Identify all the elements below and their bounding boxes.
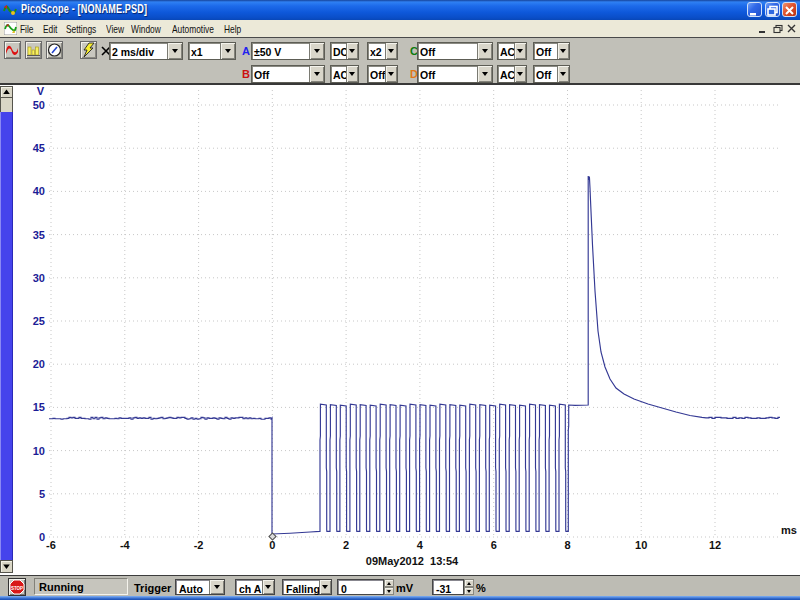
svg-text:5: 5 — [39, 488, 45, 500]
svg-text:0: 0 — [269, 539, 275, 551]
svg-text:30: 30 — [33, 272, 45, 284]
svg-text:8: 8 — [564, 539, 570, 551]
svg-text:20: 20 — [33, 358, 45, 370]
svg-text:2: 2 — [343, 539, 349, 551]
svg-text:-4: -4 — [120, 539, 131, 551]
svg-text:STOP: STOP — [11, 586, 23, 591]
svg-text:4: 4 — [417, 539, 424, 551]
svg-text:10: 10 — [33, 445, 45, 457]
svg-text:45: 45 — [33, 142, 45, 154]
svg-text:12: 12 — [709, 539, 721, 551]
svg-text:35: 35 — [33, 229, 45, 241]
svg-text:0: 0 — [39, 531, 45, 543]
svg-text:15: 15 — [33, 401, 45, 413]
svg-text:6: 6 — [491, 539, 497, 551]
svg-text:10: 10 — [635, 539, 647, 551]
svg-text:40: 40 — [33, 185, 45, 197]
svg-text:ms: ms — [781, 524, 797, 536]
svg-text:09May2012 13:54: 09May2012 13:54 — [366, 555, 459, 567]
svg-text:25: 25 — [33, 315, 45, 327]
svg-text:-6: -6 — [46, 539, 56, 551]
svg-text:-2: -2 — [194, 539, 204, 551]
svg-text:V: V — [37, 85, 45, 97]
svg-text:50: 50 — [33, 99, 45, 111]
